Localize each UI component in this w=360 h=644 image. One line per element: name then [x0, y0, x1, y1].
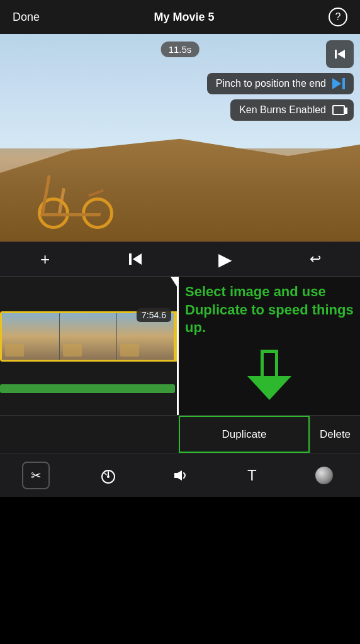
play-end-icon	[332, 78, 345, 89]
skip-to-start-icon	[333, 47, 347, 61]
undo-icon: ↩	[310, 251, 321, 267]
ken-burns-icon	[332, 105, 345, 115]
arrow-down-icon	[247, 350, 291, 400]
ken-burns-label: Ken Burns Enabled	[239, 104, 326, 116]
delete-button[interactable]: Delete	[310, 416, 360, 453]
audio-track[interactable]	[0, 384, 175, 393]
play-button[interactable]: ▶	[210, 243, 241, 275]
filter-button[interactable]	[308, 460, 340, 491]
title-icon: T	[247, 467, 257, 484]
playhead	[177, 277, 179, 415]
bike-frame	[44, 179, 101, 216]
bike-area	[25, 166, 138, 229]
volume-button[interactable]	[164, 460, 196, 491]
play-triangle	[332, 78, 341, 89]
arrow-head	[247, 376, 291, 400]
play-end-button[interactable]	[332, 78, 345, 89]
play-bar	[342, 78, 345, 89]
action-bar-right: Duplicate Delete	[179, 416, 360, 453]
page-title: My Movie 5	[154, 11, 215, 24]
timeline-right: Select image and use Duplicate to speed …	[179, 277, 360, 415]
skip-start-toolbar-icon	[127, 251, 143, 267]
svg-marker-6	[174, 470, 182, 480]
volume-icon	[171, 467, 189, 484]
video-thumb-2	[60, 313, 118, 360]
help-button[interactable]: ?	[329, 8, 347, 26]
svg-point-5	[107, 475, 110, 478]
toolbar: + ▶ ↩	[0, 242, 360, 277]
pinch-popup: Pinch to position the end	[207, 73, 354, 94]
scissors-icon: ✂	[31, 468, 42, 483]
top-bar: Done My Movie 5 ?	[0, 0, 360, 34]
add-button[interactable]: +	[30, 243, 61, 275]
svg-marker-3	[133, 253, 142, 265]
undo-button[interactable]: ↩	[300, 243, 331, 275]
pinch-label: Pinch to position the end	[216, 78, 326, 89]
skip-start-toolbar-button[interactable]	[120, 243, 151, 275]
playhead-top	[171, 277, 179, 288]
title-button[interactable]: T	[236, 460, 267, 491]
tip-text: Select image and use Duplicate to speed …	[185, 283, 354, 337]
timestamp-badge: 11.5s	[161, 42, 200, 57]
svg-marker-1	[337, 50, 345, 58]
scissors-box: ✂	[22, 462, 50, 489]
action-bar: Duplicate Delete	[0, 415, 360, 453]
add-icon: +	[40, 250, 50, 269]
video-preview: 11.5s Pinch to position the end Ken Burn…	[0, 34, 360, 242]
play-icon: ▶	[218, 249, 232, 270]
svg-rect-0	[335, 50, 337, 58]
timeline-area: 7:54.6 Select image and use Duplicate to…	[0, 277, 360, 415]
svg-rect-2	[129, 253, 132, 265]
ken-burns-popup: Ken Burns Enabled	[230, 99, 354, 121]
overlay-controls: Pinch to position the end Ken Burns Enab…	[207, 40, 354, 121]
time-marker: 7:54.6	[137, 308, 171, 322]
duplicate-button[interactable]: Duplicate	[179, 416, 310, 453]
action-bar-left	[0, 416, 179, 453]
done-button[interactable]: Done	[13, 11, 40, 24]
filter-icon	[315, 467, 333, 484]
skip-to-start-button[interactable]	[326, 40, 354, 68]
speed-icon	[99, 467, 117, 484]
video-thumb-1	[2, 313, 60, 360]
scissors-button[interactable]: ✂	[20, 460, 52, 491]
ken-burns-button[interactable]	[332, 105, 345, 115]
speed-button[interactable]	[93, 460, 124, 491]
arrow-down-container	[247, 350, 291, 400]
timeline-left[interactable]: 7:54.6	[0, 277, 179, 415]
bottom-nav: ✂ T	[0, 453, 360, 497]
